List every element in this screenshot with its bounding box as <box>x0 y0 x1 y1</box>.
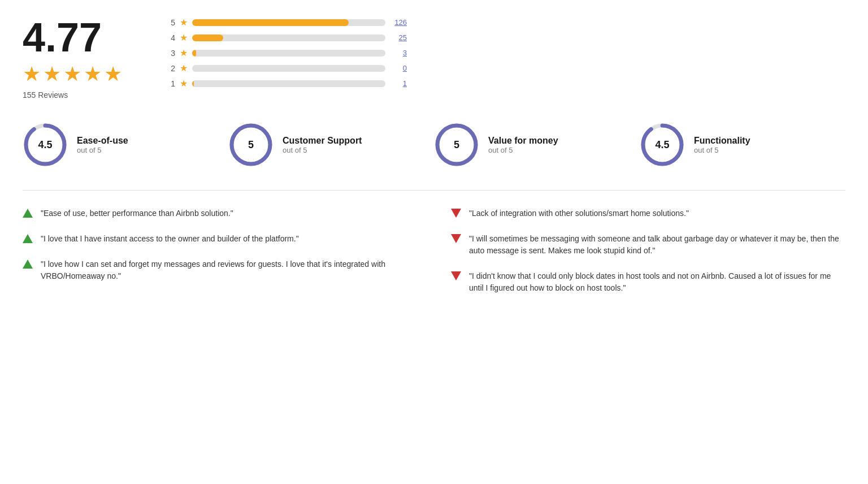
circle-value-functionality: 4.5 <box>655 139 669 151</box>
triangle-up-icon <box>23 260 33 269</box>
circle-container-customer-support: 5 <box>228 122 274 167</box>
circle-container-ease-of-use: 4.5 <box>23 122 68 167</box>
reviews-section: "Ease of use, better performance than Ai… <box>23 208 845 308</box>
circle-container-functionality: 4.5 <box>640 122 685 167</box>
bar-fill <box>192 80 194 87</box>
bar-row-1: 1 ★ 1 <box>170 78 407 89</box>
reviews-count: 155 Reviews <box>23 90 136 100</box>
category-sub-functionality: out of 5 <box>694 146 750 154</box>
circle-value-ease-of-use: 4.5 <box>38 139 52 151</box>
divider <box>23 190 845 191</box>
categories-section: 4.5 Ease-of-use out of 5 5 Customer Supp… <box>23 122 845 167</box>
overall-rating: 4.77 ★ ★ ★ ★ ★ 155 Reviews <box>23 17 136 100</box>
circle-value-customer-support: 5 <box>248 139 254 151</box>
bar-count[interactable]: 0 <box>390 64 407 72</box>
con-item-0: "Lack of integration with other solution… <box>451 208 845 219</box>
con-text-2: "I didn't know that I could only block d… <box>469 270 845 294</box>
bar-star-icon: ★ <box>180 63 188 74</box>
category-item-functionality: 4.5 Functionality out of 5 <box>640 122 845 167</box>
bar-count[interactable]: 25 <box>390 33 407 42</box>
con-text-0: "Lack of integration with other solution… <box>469 208 689 219</box>
bar-label: 2 <box>170 64 175 73</box>
pro-text-0: "Ease of use, better performance than Ai… <box>41 208 233 219</box>
bar-label: 5 <box>170 18 175 27</box>
bar-row-3: 3 ★ 3 <box>170 47 407 58</box>
bar-fill <box>192 50 196 57</box>
bar-track <box>192 19 385 26</box>
bar-label: 3 <box>170 49 175 58</box>
bar-star-icon: ★ <box>180 78 188 89</box>
category-sub-value-for-money: out of 5 <box>488 146 558 154</box>
pro-item-1: "I love that I have instant access to th… <box>23 233 417 245</box>
bar-track <box>192 50 385 57</box>
bar-star-icon: ★ <box>180 47 188 58</box>
star-1: ★ <box>23 62 41 86</box>
pro-text-2: "I love how I can set and forget my mess… <box>41 258 417 282</box>
bar-row-2: 2 ★ 0 <box>170 63 407 74</box>
category-name-value-for-money: Value for money <box>488 136 558 146</box>
bar-row-4: 4 ★ 25 <box>170 32 407 43</box>
category-item-value-for-money: 5 Value for money out of 5 <box>434 122 640 167</box>
bar-fill <box>192 19 349 26</box>
con-icon-0 <box>451 209 461 218</box>
category-name-ease-of-use: Ease-of-use <box>77 136 128 146</box>
con-text-1: "I will sometimes be messaging with some… <box>469 233 845 257</box>
pro-item-0: "Ease of use, better performance than Ai… <box>23 208 417 219</box>
bar-chart: 5 ★ 126 4 ★ 25 3 ★ 3 2 ★ 0 <box>170 17 407 93</box>
category-label-customer-support: Customer Support out of 5 <box>283 136 362 154</box>
category-sub-ease-of-use: out of 5 <box>77 146 128 154</box>
star-2: ★ <box>43 62 61 86</box>
pros-column: "Ease of use, better performance than Ai… <box>23 208 417 308</box>
rating-number: 4.77 <box>23 17 136 58</box>
bar-track <box>192 34 385 41</box>
bar-star-icon: ★ <box>180 17 188 28</box>
bar-track <box>192 80 385 87</box>
circle-value-value-for-money: 5 <box>454 139 459 151</box>
category-item-customer-support: 5 Customer Support out of 5 <box>228 122 434 167</box>
triangle-down-icon <box>451 234 461 243</box>
cons-column: "Lack of integration with other solution… <box>451 208 845 308</box>
bar-count[interactable]: 1 <box>390 79 407 88</box>
triangle-up-icon <box>23 209 33 218</box>
pro-item-2: "I love how I can set and forget my mess… <box>23 258 417 282</box>
star-5: ★ <box>104 62 122 86</box>
con-icon-2 <box>451 271 461 280</box>
bar-label: 4 <box>170 33 175 42</box>
triangle-down-icon <box>451 209 461 218</box>
category-name-functionality: Functionality <box>694 136 750 146</box>
bar-track <box>192 65 385 72</box>
bar-label: 1 <box>170 79 175 88</box>
bar-fill <box>192 34 223 41</box>
con-item-2: "I didn't know that I could only block d… <box>451 270 845 294</box>
bar-count[interactable]: 126 <box>390 18 407 27</box>
con-icon-1 <box>451 234 461 243</box>
triangle-up-icon <box>23 234 33 243</box>
pro-icon-2 <box>23 260 33 269</box>
circle-container-value-for-money: 5 <box>434 122 479 167</box>
bar-row-5: 5 ★ 126 <box>170 17 407 28</box>
pro-text-1: "I love that I have instant access to th… <box>41 233 299 245</box>
bar-count[interactable]: 3 <box>390 49 407 57</box>
bar-star-icon: ★ <box>180 32 188 43</box>
category-label-functionality: Functionality out of 5 <box>694 136 750 154</box>
top-section: 4.77 ★ ★ ★ ★ ★ 155 Reviews 5 ★ 126 4 ★ 2… <box>23 17 845 100</box>
category-label-ease-of-use: Ease-of-use out of 5 <box>77 136 128 154</box>
star-3: ★ <box>63 62 81 86</box>
pro-icon-0 <box>23 209 33 218</box>
triangle-down-icon <box>451 271 461 280</box>
star-4: ★ <box>84 62 102 86</box>
category-item-ease-of-use: 4.5 Ease-of-use out of 5 <box>23 122 228 167</box>
pro-icon-1 <box>23 234 33 243</box>
stars-row: ★ ★ ★ ★ ★ <box>23 62 136 86</box>
con-item-1: "I will sometimes be messaging with some… <box>451 233 845 257</box>
category-name-customer-support: Customer Support <box>283 136 362 146</box>
category-label-value-for-money: Value for money out of 5 <box>488 136 558 154</box>
category-sub-customer-support: out of 5 <box>283 146 362 154</box>
